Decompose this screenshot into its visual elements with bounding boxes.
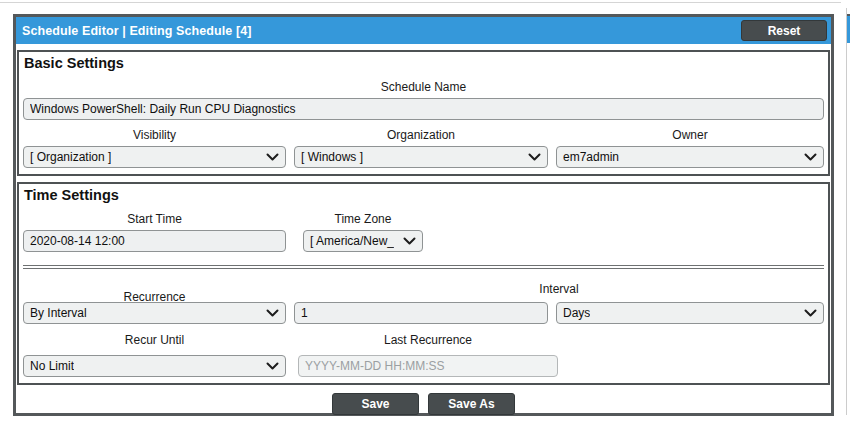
reset-button[interactable]: Reset [741, 20, 827, 41]
schedule-name-label: Schedule Name [22, 80, 825, 94]
save-button[interactable]: Save [332, 393, 419, 415]
visibility-select[interactable]: [ Organization ] [23, 146, 286, 168]
page-title: Schedule Editor | Editing Schedule [4] [16, 24, 252, 38]
organization-label: Organization [294, 128, 548, 142]
chevron-down-icon [266, 362, 279, 370]
save-as-button[interactable]: Save As [428, 393, 515, 415]
interval-input[interactable] [294, 302, 548, 324]
last-recurrence-label: Last Recurrence [298, 333, 558, 347]
visibility-label: Visibility [23, 128, 286, 142]
time-settings-heading: Time Settings [22, 186, 825, 204]
time-settings-section: Time Settings Start Time Time Zone [ Ame… [17, 182, 830, 385]
chevron-down-icon [528, 153, 541, 161]
page-right-edge [846, 8, 847, 415]
schedule-editor-window: Schedule Editor | Editing Schedule [4] R… [13, 14, 834, 416]
schedule-name-input[interactable] [23, 98, 824, 120]
time-zone-label: Time Zone [303, 212, 423, 226]
titlebar: Schedule Editor | Editing Schedule [4] R… [16, 17, 831, 44]
visibility-select-value: [ Organization ] [30, 150, 111, 164]
recurrence-select[interactable]: By Interval [23, 302, 286, 324]
organization-select[interactable]: [ Windows ] [294, 146, 548, 168]
time-zone-select-value: [ America/New_ [310, 234, 394, 248]
recur-until-select-value: No Limit [30, 359, 74, 373]
time-zone-select[interactable]: [ America/New_ [303, 230, 423, 252]
footer-actions: Save Save As [16, 393, 831, 415]
last-recurrence-input[interactable] [298, 355, 558, 377]
interval-unit-select-value: Days [563, 306, 590, 320]
start-time-input[interactable] [23, 230, 286, 252]
chevron-down-icon [266, 153, 279, 161]
recur-until-label: Recur Until [23, 333, 286, 347]
recur-until-select[interactable]: No Limit [23, 355, 286, 377]
organization-select-value: [ Windows ] [301, 150, 363, 164]
chevron-down-icon [804, 153, 817, 161]
owner-select-value: em7admin [563, 150, 619, 164]
interval-label: Interval [294, 282, 824, 296]
owner-label: Owner [556, 128, 824, 142]
owner-select[interactable]: em7admin [556, 146, 824, 168]
chevron-down-icon [403, 237, 416, 245]
time-settings-divider [23, 265, 824, 269]
page-top-divider [0, 2, 841, 3]
chevron-down-icon [266, 309, 279, 317]
start-time-label: Start Time [23, 212, 286, 226]
interval-unit-select[interactable]: Days [556, 302, 824, 324]
basic-settings-heading: Basic Settings [22, 54, 825, 72]
chevron-down-icon [804, 309, 817, 317]
recurrence-select-value: By Interval [30, 306, 87, 320]
basic-settings-section: Basic Settings Schedule Name Visibility … [17, 50, 830, 176]
